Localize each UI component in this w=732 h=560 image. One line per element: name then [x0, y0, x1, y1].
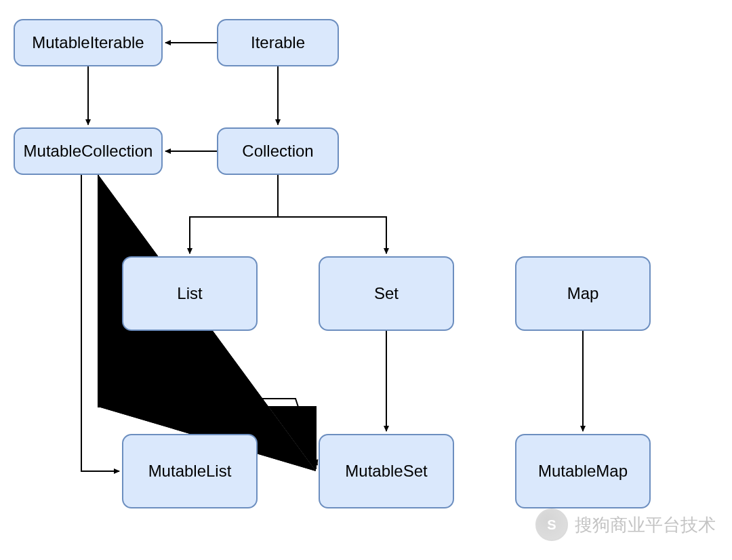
- node-mutable-list: MutableList: [122, 434, 258, 508]
- node-label: MutableCollection: [24, 142, 153, 161]
- node-label: List: [177, 284, 202, 303]
- node-label: MutableSet: [345, 462, 427, 481]
- node-mutable-map: MutableMap: [515, 434, 651, 508]
- node-label: Set: [374, 284, 399, 303]
- node-label: Map: [567, 284, 599, 303]
- node-label: MutableList: [148, 462, 232, 481]
- watermark-logo-letter: S: [547, 517, 556, 533]
- node-mutable-set: MutableSet: [319, 434, 454, 508]
- node-label: MutableIterable: [32, 33, 144, 52]
- node-map: Map: [515, 256, 651, 331]
- node-list: List: [122, 256, 258, 331]
- node-mutable-collection: MutableCollection: [14, 127, 163, 175]
- edge-mutablecollection-to-mutablelist: [81, 175, 119, 471]
- node-label: Collection: [242, 142, 313, 161]
- node-label: Iterable: [251, 33, 305, 52]
- node-collection: Collection: [217, 127, 339, 175]
- node-label: MutableMap: [538, 462, 628, 481]
- node-set: Set: [319, 256, 454, 331]
- watermark-logo-icon: S: [535, 508, 568, 541]
- edge-collection-to-set: [278, 175, 386, 254]
- node-iterable: Iterable: [217, 19, 339, 66]
- node-mutable-iterable: MutableIterable: [14, 19, 163, 66]
- collections-hierarchy-diagram: MutableIterable Iterable MutableCollecti…: [0, 0, 732, 560]
- watermark: S 搜狗商业平台技术: [535, 508, 716, 541]
- edge-collection-to-list: [190, 175, 278, 254]
- watermark-text: 搜狗商业平台技术: [575, 513, 716, 537]
